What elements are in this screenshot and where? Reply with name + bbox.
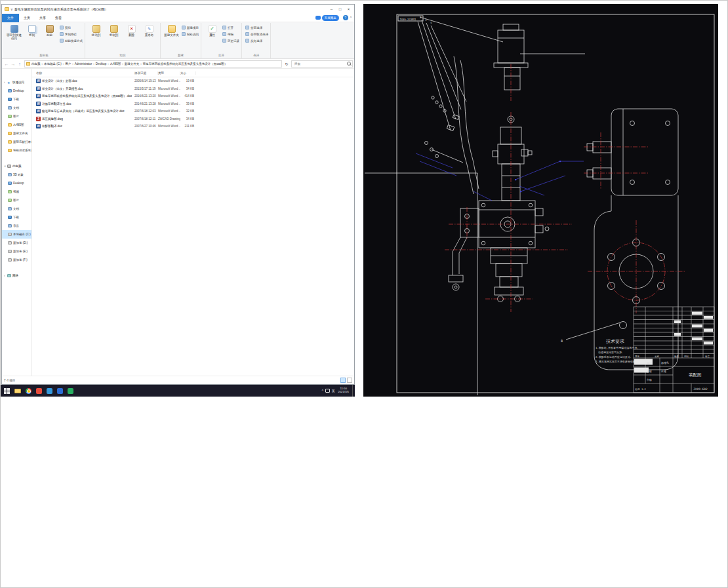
open-button[interactable]: 打开 xyxy=(222,24,239,31)
back-button[interactable]: ← xyxy=(3,62,10,66)
taskbar-chrome-icon[interactable] xyxy=(23,385,33,397)
tab-view[interactable]: 查看 xyxy=(51,14,66,22)
sidebar-item-folder[interactable]: 智能浇灌系统设计资料 xyxy=(2,146,31,155)
invert-selection-button[interactable]: 反向选择 xyxy=(245,37,268,44)
details-view-icon[interactable] xyxy=(340,378,346,383)
breadcrumb-segment[interactable]: Desktop xyxy=(96,62,107,66)
maximize-button[interactable]: □ xyxy=(336,5,344,13)
ime-indicator[interactable]: 英 xyxy=(332,389,335,393)
forward-button[interactable]: → xyxy=(10,62,16,66)
sidebar-item-downloads[interactable]: 下载 xyxy=(2,213,31,222)
file-row[interactable]: W冶炼车辆翻译任务.doc 2014/6/21 13:28 Microsoft … xyxy=(32,100,354,108)
sidebar-item-3d-objects[interactable]: 3D 对象 xyxy=(2,170,31,179)
taskbar-app-icon[interactable] xyxy=(33,385,44,397)
file-row[interactable]: W毕业设计（论文）开题报告.doc 2015/5/17 11:19 Micros… xyxy=(32,85,354,93)
notification-icon[interactable] xyxy=(325,389,330,393)
sidebar-item-downloads[interactable]: 下载 xyxy=(2,95,31,104)
sidebar-item-videos[interactable]: 视频 xyxy=(2,187,31,196)
sidebar-item-folder[interactable]: 九485图 xyxy=(2,121,31,129)
tray-chevron-icon[interactable]: ^ xyxy=(322,389,323,393)
column-date[interactable]: 修改日期 xyxy=(134,71,158,75)
cad-drawing-canvas[interactable]: JX09-2C8M1 xyxy=(363,4,718,397)
cloud-sync-icon[interactable] xyxy=(315,16,321,20)
edit-button[interactable]: 编辑 xyxy=(222,31,239,37)
pin-to-quick-access-button[interactable]: 固定到快速访问 xyxy=(6,24,22,40)
sidebar-item-documents[interactable]: 文档 xyxy=(2,104,31,112)
collapse-ribbon-icon[interactable]: ^ xyxy=(350,16,352,20)
minimize-button[interactable]: – xyxy=(327,5,336,13)
search-box[interactable] xyxy=(291,60,353,68)
sidebar-item-pictures[interactable]: 图片 xyxy=(2,196,31,205)
close-button[interactable]: × xyxy=(344,5,353,13)
move-to-button[interactable]: 移动到 xyxy=(88,24,104,37)
quick-access-toolbar-icon[interactable]: ∨ xyxy=(10,7,13,11)
cloud-badge[interactable]: 百度网盘 xyxy=(322,15,339,21)
breadcrumb-segment[interactable]: Administrator xyxy=(75,62,92,66)
column-size[interactable]: 大小 xyxy=(180,71,196,75)
up-button[interactable]: ↑ xyxy=(16,62,23,66)
title-bar[interactable]: ∨ 蓄电车辆双联齿轮泵的转向液压系统及泵头系统设计（有cad图） – □ × xyxy=(2,5,354,14)
breadcrumb-segment[interactable]: 新建文件夹 xyxy=(125,62,140,66)
cad-window[interactable]: JX09-2C8M1 xyxy=(363,4,718,397)
sidebar-item-volume-e[interactable]: 新加卷 (E:) xyxy=(2,247,31,256)
new-item-button[interactable]: 新建项目 xyxy=(182,24,199,31)
breadcrumb[interactable]: 此电脑 › 本地磁盘 (C:) › 用户 › Administrator › D… xyxy=(24,60,282,68)
delete-button[interactable]: × 删除 xyxy=(123,24,140,37)
select-none-button[interactable]: 全部取消选择 xyxy=(245,31,268,37)
thumbnails-view-icon[interactable] xyxy=(347,378,352,383)
new-folder-button[interactable]: 新建文件夹 xyxy=(163,24,180,37)
tab-file[interactable]: 文件 xyxy=(2,14,19,22)
sidebar-item-folder[interactable]: 新型石材打磨机（有cad图） xyxy=(2,138,31,146)
file-row[interactable]: W毕业设计（论文）封面.doc 2005/6/14 19:13 Microsof… xyxy=(32,77,354,85)
svg-text:1: 1 xyxy=(415,18,416,21)
tab-home[interactable]: 主页 xyxy=(19,14,35,22)
column-type[interactable]: 类型 xyxy=(158,71,180,75)
refresh-icon[interactable]: ↻ xyxy=(283,62,290,66)
paste-button[interactable]: 粘贴 xyxy=(41,24,58,37)
copy-path-button[interactable]: 复制路径 xyxy=(60,31,83,37)
breadcrumb-segment[interactable]: 九485图 xyxy=(110,62,121,66)
copy-to-button[interactable]: 复制到 xyxy=(106,24,122,37)
sidebar-item-volume-d[interactable]: 新加卷 (D:) xyxy=(2,239,31,247)
sidebar-section-quick-access[interactable]: › ★ 快速访问 xyxy=(2,78,31,87)
properties-button[interactable]: ✓ 属性 xyxy=(204,24,220,37)
help-icon[interactable]: ? xyxy=(343,15,348,20)
file-row[interactable]: W输送蓄电车行走及转向（机械式）液压系统及泵头系统设计.doc 2007/6/1… xyxy=(32,108,354,115)
cut-button[interactable]: 剪切 xyxy=(60,24,83,31)
breadcrumb-segment[interactable]: 蓄电车辆双联齿轮泵的转向液压系统及泵头系统设计（有cad图） xyxy=(143,62,228,66)
taskbar-app-icon[interactable] xyxy=(65,385,75,397)
search-input[interactable] xyxy=(293,62,347,66)
column-name[interactable]: 名称 xyxy=(36,71,134,75)
taskbar-app-icon[interactable] xyxy=(54,385,65,397)
sidebar-item-music[interactable]: 音乐 xyxy=(2,222,31,230)
show-desktop-button[interactable] xyxy=(352,385,354,397)
sidebar-item-documents[interactable]: 文档 xyxy=(2,205,31,213)
sidebar-item-volume-f[interactable]: 新加卷 (F:) xyxy=(2,256,31,264)
taskbar-explorer-icon[interactable] xyxy=(12,385,23,397)
taskbar-app-icon[interactable] xyxy=(44,385,54,397)
file-row[interactable]: W装配图翻译.doc 2007/6/27 10:46 Microsoft Wor… xyxy=(32,123,354,130)
rename-button[interactable]: ✎ 重命名 xyxy=(141,24,157,37)
sidebar-item-desktop[interactable]: Desktop xyxy=(2,87,31,95)
copy-button[interactable]: 复制 xyxy=(24,24,40,37)
breadcrumb-segment[interactable]: 用户 xyxy=(65,62,71,66)
sidebar-item-folder[interactable]: 新建文件夹 xyxy=(2,129,31,138)
breadcrumb-segment[interactable]: 本地磁盘 (C:) xyxy=(44,62,62,66)
file-row[interactable]: Z液压阀整图.dwg 2007/6/18 12:11 ZWCAD Drawing… xyxy=(32,115,354,123)
word-file-icon: W xyxy=(36,124,41,128)
sidebar-item-pictures[interactable]: 图片 xyxy=(2,112,31,121)
tab-share[interactable]: 共享 xyxy=(35,14,51,22)
start-button[interactable] xyxy=(1,385,12,397)
easy-access-button[interactable]: 轻松访问 xyxy=(182,31,199,37)
svg-text:1.装配前,所有零件用煤油清洗干净,: 1.装配前,所有零件用煤油清洗干净, xyxy=(596,346,639,349)
select-all-button[interactable]: 全部选择 xyxy=(245,24,268,31)
history-button[interactable]: 历史记录 xyxy=(222,37,239,44)
sidebar-item-local-disk-c[interactable]: 本地磁盘 (C:) xyxy=(2,230,31,239)
sidebar-item-desktop[interactable]: Desktop xyxy=(2,179,31,187)
taskbar-clock[interactable]: 11:50 2021/3/5 xyxy=(336,387,350,394)
file-row[interactable]: W蓄电车辆双联齿轮泵的转向液压系统及泵头系统设计（有cad图）.doc 2016… xyxy=(32,92,354,100)
breadcrumb-segment[interactable]: 此电脑 xyxy=(31,62,41,66)
sidebar-section-this-pc[interactable]: ∨ 此电脑 xyxy=(2,162,31,170)
sidebar-section-network[interactable]: › 网络 xyxy=(2,271,31,280)
paste-shortcut-button[interactable]: 粘贴快捷方式 xyxy=(60,37,83,44)
